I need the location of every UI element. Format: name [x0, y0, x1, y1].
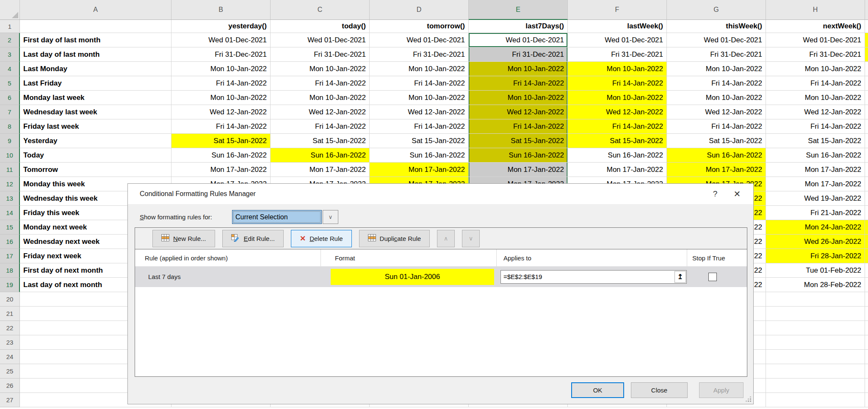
cell-C3[interactable]: Fri 31-Dec-2021 [271, 47, 370, 62]
apply-button[interactable]: Apply [699, 382, 744, 398]
cell-A4[interactable]: Last Monday [20, 62, 171, 76]
cell-H13[interactable]: Wed 19-Jan-2022 [766, 191, 865, 206]
cell-F6[interactable]: Mon 10-Jan-2022 [568, 91, 667, 105]
cell-H3[interactable]: Fri 31-Dec-2021 [766, 47, 865, 62]
cell-D8[interactable]: Fri 14-Jan-2022 [370, 119, 469, 134]
cell-A1[interactable] [20, 20, 171, 33]
row-header-24[interactable]: 24 [0, 350, 20, 364]
chevron-down-icon[interactable]: ∨ [323, 210, 338, 224]
cell-D2[interactable]: Wed 01-Dec-2021 [370, 33, 469, 47]
row-header-8[interactable]: 8 [0, 119, 20, 134]
row-header-11[interactable]: 11 [0, 163, 20, 177]
cell-I1[interactable] [865, 20, 868, 33]
cell-H2[interactable]: Wed 01-Dec-2021 [766, 33, 865, 47]
row-header-22[interactable]: 22 [0, 321, 20, 335]
cell-C11[interactable]: Mon 17-Jan-2022 [271, 163, 370, 177]
cell-C8[interactable]: Fri 14-Jan-2022 [271, 119, 370, 134]
cell-H4[interactable]: Mon 10-Jan-2022 [766, 62, 865, 76]
column-header-A[interactable]: A [20, 0, 171, 20]
cell-B8[interactable]: Fri 14-Jan-2022 [171, 119, 271, 134]
cell-H16[interactable]: Wed 26-Jan-2022 [766, 235, 865, 249]
cell-E8[interactable]: Fri 14-Jan-2022 [469, 119, 568, 134]
cell-F3[interactable]: Fri 31-Dec-2021 [568, 47, 667, 62]
collapse-dialog-icon[interactable]: ↥ [674, 271, 686, 283]
cell-H24[interactable] [766, 350, 865, 364]
cell-I7[interactable] [865, 105, 868, 119]
cell-E2[interactable]: Wed 01-Dec-2021 [469, 33, 568, 47]
cell-H20[interactable] [766, 292, 865, 307]
close-button[interactable]: Close [631, 382, 688, 398]
cell-I22[interactable] [865, 321, 868, 335]
column-header-E[interactable]: E [469, 0, 568, 20]
cell-H7[interactable]: Wed 12-Jan-2022 [766, 105, 865, 119]
column-header-C[interactable]: C [271, 0, 370, 20]
column-header-G[interactable]: G [667, 0, 766, 20]
cell-B6[interactable]: Mon 10-Jan-2022 [171, 91, 271, 105]
cell-I27[interactable] [865, 393, 868, 407]
cell-H23[interactable] [766, 335, 865, 350]
cell-E10[interactable]: Sun 16-Jan-2022 [469, 148, 568, 163]
row-header-14[interactable]: 14 [0, 206, 20, 220]
ok-button[interactable]: OK [571, 382, 624, 398]
cell-G10[interactable]: Sun 16-Jan-2022 [667, 148, 766, 163]
cell-G1[interactable]: thisWeek() [667, 20, 766, 33]
close-icon[interactable]: ✕ [726, 184, 748, 204]
row-header-26[interactable]: 26 [0, 379, 20, 393]
cell-I16[interactable] [865, 235, 868, 249]
cell-A3[interactable]: Last day of last month [20, 47, 171, 62]
cell-A5[interactable]: Last Friday [20, 76, 171, 91]
row-header-13[interactable]: 13 [0, 191, 20, 206]
cell-I17[interactable] [865, 249, 868, 263]
cell-E11[interactable]: Mon 17-Jan-2022 [469, 163, 568, 177]
cell-C4[interactable]: Mon 10-Jan-2022 [271, 62, 370, 76]
cell-I8[interactable] [865, 119, 868, 134]
cell-H9[interactable]: Sat 15-Jan-2022 [766, 134, 865, 148]
cell-B7[interactable]: Wed 12-Jan-2022 [171, 105, 271, 119]
row-header-12[interactable]: 12 [0, 177, 20, 191]
scope-dropdown[interactable]: Current Selection ∨ [232, 210, 338, 224]
cell-G6[interactable]: Mon 10-Jan-2022 [667, 91, 766, 105]
stop-if-true-checkbox[interactable] [708, 273, 717, 281]
applies-to-input[interactable] [501, 271, 674, 283]
cell-A7[interactable]: Wednesday last week [20, 105, 171, 119]
rule-row[interactable]: Last 7 days Sun 01-Jan-2006 ↥ [135, 266, 747, 287]
cell-G3[interactable]: Fri 31-Dec-2021 [667, 47, 766, 62]
cell-G11[interactable]: Mon 17-Jan-2022 [667, 163, 766, 177]
cell-C2[interactable]: Wed 01-Dec-2021 [271, 33, 370, 47]
cell-H18[interactable]: Tue 01-Feb-2022 [766, 263, 865, 278]
scope-dropdown-value[interactable]: Current Selection [232, 210, 322, 224]
cell-I20[interactable] [865, 292, 868, 307]
cell-I2[interactable] [865, 33, 868, 47]
cell-H27[interactable] [766, 393, 865, 407]
cell-H10[interactable]: Sun 16-Jan-2022 [766, 148, 865, 163]
cell-B4[interactable]: Mon 10-Jan-2022 [171, 62, 271, 76]
cell-I23[interactable] [865, 335, 868, 350]
cell-H11[interactable]: Mon 17-Jan-2022 [766, 163, 865, 177]
row-header-3[interactable]: 3 [0, 47, 20, 62]
cell-A2[interactable]: First day of last month [20, 33, 171, 47]
cell-I15[interactable] [865, 220, 868, 235]
row-header-5[interactable]: 5 [0, 76, 20, 91]
help-icon[interactable]: ? [704, 184, 726, 204]
cell-F5[interactable]: Fri 14-Jan-2022 [568, 76, 667, 91]
cell-I9[interactable] [865, 134, 868, 148]
cell-F4[interactable]: Mon 10-Jan-2022 [568, 62, 667, 76]
cell-B2[interactable]: Wed 01-Dec-2021 [171, 33, 271, 47]
row-header-15[interactable]: 15 [0, 220, 20, 235]
duplicate-rule-button[interactable]: Duplicate Rule [359, 230, 430, 247]
row-header-25[interactable]: 25 [0, 364, 20, 379]
cell-D9[interactable]: Sat 15-Jan-2022 [370, 134, 469, 148]
cell-C1[interactable]: today() [271, 20, 370, 33]
cell-B9[interactable]: Sat 15-Jan-2022 [171, 134, 271, 148]
cell-C10[interactable]: Sun 16-Jan-2022 [271, 148, 370, 163]
row-header-2[interactable]: 2 [0, 33, 20, 47]
row-header-19[interactable]: 19 [0, 278, 20, 292]
cell-A6[interactable]: Monday last week [20, 91, 171, 105]
cell-G7[interactable]: Wed 12-Jan-2022 [667, 105, 766, 119]
cell-E3[interactable]: Fri 31-Dec-2021 [469, 47, 568, 62]
cell-G9[interactable]: Sat 15-Jan-2022 [667, 134, 766, 148]
cell-B11[interactable]: Mon 17-Jan-2022 [171, 163, 271, 177]
row-header-7[interactable]: 7 [0, 105, 20, 119]
cell-F7[interactable]: Wed 12-Jan-2022 [568, 105, 667, 119]
cell-F11[interactable]: Mon 17-Jan-2022 [568, 163, 667, 177]
